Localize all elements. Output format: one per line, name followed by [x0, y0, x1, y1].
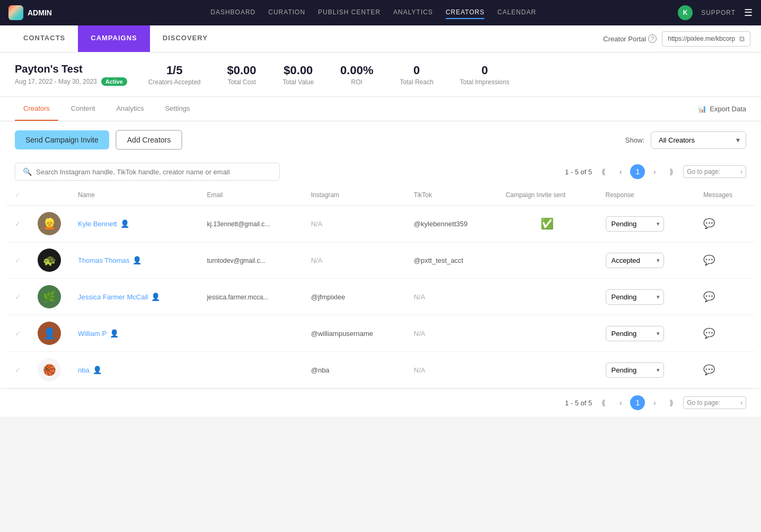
nav-analytics[interactable]: ANALYTICS [393, 6, 433, 19]
nav-right: K SUPPORT ☰ [678, 5, 753, 20]
table-row: ✓ 👤 William P 👤 @williampusername N/A Pe… [6, 315, 755, 352]
hamburger-icon[interactable]: ☰ [744, 7, 753, 19]
message-icon-william[interactable]: 💬 [703, 328, 715, 339]
go-to-input-top[interactable] [722, 168, 738, 175]
avatar-william: 👤 [38, 322, 61, 345]
nav-calendar[interactable]: CALENDAR [497, 6, 536, 19]
header-check[interactable]: ✓ [15, 191, 20, 199]
last-page-btn-bottom[interactable]: ⟫ [664, 395, 679, 410]
current-page-btn-top[interactable]: 1 [630, 164, 645, 179]
portal-url-box: https://pixlee.me/kbcorp ⧉ [662, 31, 750, 47]
page-nav-top: ⟪ ‹ 1 › ⟫ [596, 164, 679, 179]
next-page-btn-top[interactable]: › [647, 164, 662, 179]
row-name-nba: nba 👤 [69, 352, 198, 388]
creator-name-link-jessica[interactable]: Jessica Farmer McCall [78, 293, 148, 301]
top-nav: ADMIN DASHBOARD CURATION PUBLISH CENTER … [0, 0, 761, 25]
profile-icon-kyle[interactable]: 👤 [120, 219, 129, 228]
row-check-nba[interactable]: ✓ [6, 352, 29, 388]
response-dropdown-kyle[interactable]: Pending Accepted Declined [606, 216, 664, 232]
row-response-kyle: Pending Accepted Declined [597, 206, 695, 242]
stat-total-value: $0.00 Total Value [283, 64, 314, 86]
stat-total-cost: $0.00 Total Cost [227, 64, 256, 86]
current-page-btn-bottom[interactable]: 1 [630, 395, 645, 410]
response-dropdown-william[interactable]: Pending Accepted Declined [606, 326, 664, 341]
row-messages-thomas: 💬 [695, 242, 755, 279]
pagination-top: 1 - 5 of 5 ⟪ ‹ 1 › ⟫ Go to page: › [565, 164, 746, 179]
page-range-bottom: 1 - 5 of 5 [565, 399, 592, 407]
next-page-btn-bottom[interactable]: › [647, 395, 662, 410]
go-arrow-top[interactable]: › [740, 168, 742, 175]
tab-settings[interactable]: Settings [156, 97, 198, 121]
campaign-title: Payton's Test [15, 63, 127, 75]
prev-page-btn-top[interactable]: ‹ [613, 164, 628, 179]
creator-name-link-kyle[interactable]: Kyle Bennett [78, 220, 117, 228]
support-button[interactable]: SUPPORT [701, 9, 736, 16]
row-check-kyle[interactable]: ✓ [6, 206, 29, 242]
creator-name-link-william[interactable]: William P [78, 330, 107, 338]
tab-discovery[interactable]: DISCOVERY [150, 25, 220, 52]
profile-icon-nba[interactable]: 👤 [93, 366, 102, 374]
help-icon[interactable]: ? [648, 34, 657, 43]
go-arrow-bottom[interactable]: › [740, 399, 742, 406]
search-icon: 🔍 [23, 167, 32, 176]
row-check-jessica[interactable]: ✓ [6, 279, 29, 315]
first-page-btn-top[interactable]: ⟪ [596, 164, 611, 179]
add-creators-button[interactable]: Add Creators [116, 130, 182, 150]
message-icon-jessica[interactable]: 💬 [703, 291, 715, 302]
tab-contacts[interactable]: CONTACTS [11, 25, 78, 52]
response-dropdown-nba[interactable]: Pending Accepted Declined [606, 362, 664, 378]
col-invite-sent: Campaign Invite sent [497, 185, 597, 206]
last-page-btn-top[interactable]: ⟫ [664, 164, 679, 179]
row-instagram-william: @williampusername [303, 315, 405, 352]
prev-page-btn-bottom[interactable]: ‹ [613, 395, 628, 410]
response-dropdown-thomas[interactable]: Pending Accepted Declined [606, 253, 664, 268]
creator-portal-label: Creator Portal ? [603, 34, 657, 43]
go-to-input-bottom[interactable] [722, 399, 738, 406]
copy-icon[interactable]: ⧉ [739, 34, 745, 43]
stat-total-reach: 0 Total Reach [400, 64, 433, 86]
col-tiktok: TikTok [405, 185, 497, 206]
message-icon-nba[interactable]: 💬 [703, 365, 715, 375]
send-campaign-invite-button[interactable]: Send Campaign Invite [15, 130, 109, 149]
first-page-btn-bottom[interactable]: ⟪ [596, 395, 611, 410]
search-box: 🔍 [15, 163, 280, 181]
row-messages-kyle: 💬 [695, 206, 755, 242]
profile-icon-william[interactable]: 👤 [110, 329, 119, 338]
nav-items: DASHBOARD CURATION PUBLISH CENTER ANALYT… [69, 6, 678, 19]
row-tiktok-nba: N/A [405, 352, 497, 388]
tab-analytics-content[interactable]: Analytics [108, 97, 152, 121]
profile-icon-thomas[interactable]: 👤 [132, 256, 141, 264]
search-input[interactable] [36, 168, 272, 176]
avatar[interactable]: K [678, 5, 693, 20]
avatar-kyle: 👱 [38, 212, 61, 235]
tab-content[interactable]: Content [63, 97, 104, 121]
tab-campaigns[interactable]: CAMPAIGNS [78, 25, 149, 52]
col-avatar [29, 185, 69, 206]
row-tiktok-william: N/A [405, 315, 497, 352]
creator-name-link-nba[interactable]: nba [78, 366, 90, 374]
search-pagination-row: 🔍 1 - 5 of 5 ⟪ ‹ 1 › ⟫ Go to page: › [0, 158, 761, 185]
nav-creators[interactable]: CREATORS [446, 6, 485, 19]
row-name-kyle: Kyle Bennett 👤 [69, 206, 198, 242]
invite-sent-icon: ✅ [541, 218, 554, 229]
row-invite-sent-kyle: ✅ [497, 206, 597, 242]
row-email-kyle: kj.13ennett@gmail.c... [198, 206, 302, 242]
tab-creators-content[interactable]: Creators [15, 97, 58, 121]
show-dropdown[interactable]: All Creators Accepted Pending Declined [651, 131, 746, 149]
creator-name-link-thomas[interactable]: Thomas Thomas [78, 256, 129, 264]
row-check-william[interactable]: ✓ [6, 315, 29, 352]
row-avatar-kyle: 👱 [29, 206, 69, 242]
row-invite-sent-william [497, 315, 597, 352]
nav-curation[interactable]: CURATION [268, 6, 305, 19]
row-name-thomas: Thomas Thomas 👤 [69, 242, 198, 279]
row-tiktok-kyle: @kylebennett359 [405, 206, 497, 242]
nav-dashboard[interactable]: DASHBOARD [210, 6, 255, 19]
nav-publish[interactable]: PUBLISH CENTER [318, 6, 380, 19]
row-check-thomas[interactable]: ✓ [6, 242, 29, 279]
message-icon-kyle[interactable]: 💬 [703, 218, 715, 229]
export-data-button[interactable]: 📊 Export Data [698, 101, 746, 117]
profile-icon-jessica[interactable]: 👤 [151, 292, 160, 301]
message-icon-thomas[interactable]: 💬 [703, 255, 715, 265]
row-invite-sent-thomas [497, 242, 597, 279]
response-dropdown-jessica[interactable]: Pending Accepted Declined [606, 289, 664, 305]
